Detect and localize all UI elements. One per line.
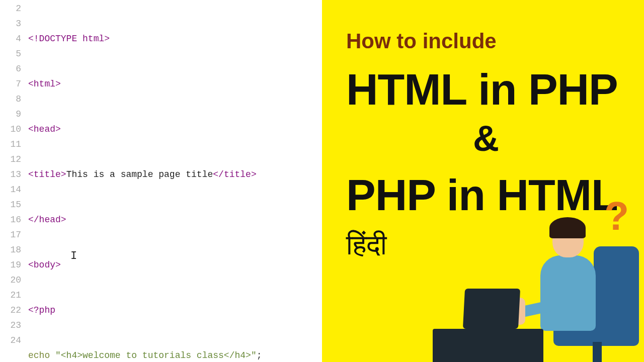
line-number: 2 <box>0 1 21 16</box>
code-line: <title>This is a sample page title</titl… <box>28 167 322 182</box>
line-number: 20 <box>0 273 21 288</box>
line-number: 13 <box>0 167 21 182</box>
line-number: 7 <box>0 76 21 92</box>
line-number: 12 <box>0 152 21 167</box>
text-cursor-icon: I <box>70 249 77 264</box>
laptop-icon <box>463 289 520 329</box>
line-number: 5 <box>0 46 21 61</box>
code-line: <html> <box>28 76 322 92</box>
line-number: 23 <box>0 318 21 333</box>
question-mark-icon: ? <box>604 193 629 239</box>
line-number: 18 <box>0 242 21 257</box>
person-icon <box>540 255 596 331</box>
code-line: echo "<h4>welcome to tutorials class</h4… <box>28 348 322 362</box>
banner-subtitle: How to include <box>346 29 626 53</box>
line-number: 15 <box>0 197 21 212</box>
banner-ampersand: & <box>346 118 626 159</box>
person-laptop-illustration: ? <box>443 221 644 362</box>
line-number: 21 <box>0 288 21 303</box>
line-number: 17 <box>0 227 21 242</box>
line-number: 14 <box>0 182 21 197</box>
code-line: </head> <box>28 212 322 227</box>
line-number: 4 <box>0 31 21 46</box>
line-number: 8 <box>0 92 21 107</box>
line-number: 6 <box>0 61 21 76</box>
banner-heading-1: HTML in PHP <box>346 66 626 113</box>
line-number: 3 <box>0 16 21 31</box>
line-number: 11 <box>0 137 21 152</box>
code-line: <!DOCTYPE html> <box>28 31 322 46</box>
code-text-area[interactable]: <!DOCTYPE html> <html> <head> <title>Thi… <box>28 1 322 362</box>
code-line: <?php <box>28 303 322 318</box>
banner-heading-2: PHP in HTML <box>346 172 626 218</box>
line-number-gutter: 2 3 4 5 6 7 8 9 10 11 12 13 14 15 16 17 … <box>0 1 28 362</box>
line-number: 24 <box>0 333 21 348</box>
code-line: <head> <box>28 122 322 137</box>
line-number: 10 <box>0 122 21 137</box>
line-number: 19 <box>0 257 21 273</box>
line-number: 22 <box>0 303 21 318</box>
line-number: 16 <box>0 212 21 227</box>
tutorial-banner: How to include HTML in PHP & PHP in HTML… <box>322 0 644 362</box>
line-number: 9 <box>0 107 21 122</box>
code-editor-pane[interactable]: 2 3 4 5 6 7 8 9 10 11 12 13 14 15 16 17 … <box>0 0 322 362</box>
desk-icon <box>433 329 543 362</box>
